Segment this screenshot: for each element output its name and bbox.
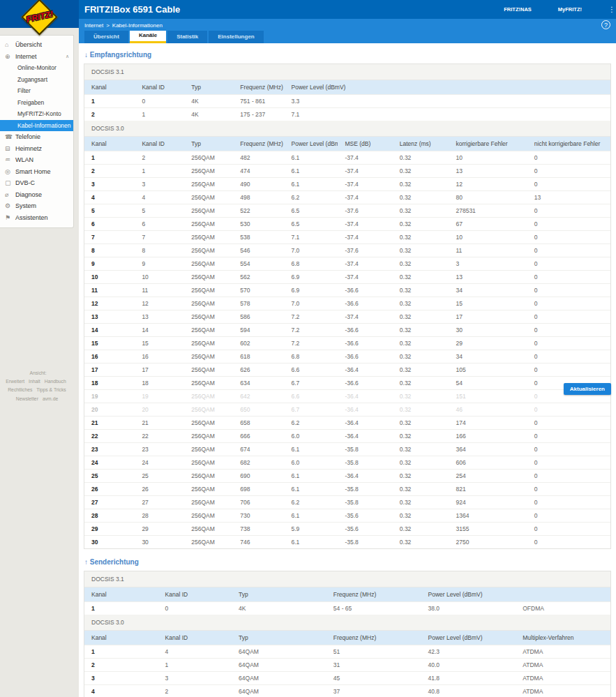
main-content: ↓ Empfangsrichtung DOCSIS 3.1 KanalKanal… (79, 43, 616, 697)
help-icon[interactable]: ? (601, 20, 610, 29)
table-cell: 0.32 (393, 403, 449, 417)
table-cell: 0 (527, 470, 610, 483)
table-cell: 0.32 (393, 324, 449, 337)
tab-statistik[interactable]: Statistik (167, 31, 207, 43)
table-cell: 562 (233, 271, 284, 284)
sidebar-item-internet[interactable]: ⊕Internet∧ (0, 51, 73, 63)
tab-kanaele[interactable]: Kanäle (130, 31, 166, 43)
header-link-fritznas[interactable]: FRITZ!NAS (504, 6, 532, 13)
table-cell: 37 (326, 685, 421, 697)
footer-link[interactable]: Newsletter (16, 396, 38, 401)
sidebar-item-label: MyFRITZ!-Konto (17, 110, 61, 117)
table-cell: 0 (527, 523, 610, 536)
header-link-myfritz[interactable]: MyFRITZ! (558, 6, 582, 13)
sidebar-item-filter[interactable]: Filter (0, 85, 73, 97)
table-cell: 20 (135, 403, 184, 417)
table-row: 55256QAM5226.5-37.60.322785310 (84, 204, 610, 218)
table-row: 1919256QAM6426.6-36.40.321510 (84, 390, 610, 403)
table-cell: 22 (84, 430, 135, 443)
sidebar-item-freigaben[interactable]: Freigaben (0, 97, 73, 109)
footer-link[interactable]: Tipps & Tricks (36, 387, 66, 392)
table-row: 1313256QAM5867.2-37.40.32170 (84, 310, 610, 324)
table-row: 2323256QAM6746.1-35.80.323640 (84, 443, 610, 456)
sidebar-item-telefonie[interactable]: ☎Telefonie (0, 131, 73, 143)
table-cell: 364 (449, 443, 527, 456)
table-cell: 3155 (449, 523, 527, 536)
table-cell: 7 (135, 231, 184, 244)
breadcrumb-item[interactable]: Internet (84, 22, 103, 29)
table-row: 2525256QAM6906.1-36.40.322540 (84, 470, 610, 483)
table-cell: -35.8 (338, 443, 392, 456)
table-row: 1616256QAM6186.8-36.60.32340 (84, 350, 610, 364)
sidebar-item-heimnetz[interactable]: ⊟Heimnetz (0, 143, 73, 155)
table-row: 1414256QAM5947.2-36.60.32300 (84, 324, 610, 337)
column-header: Kanal ID (158, 587, 232, 602)
refresh-button[interactable]: Aktualisieren (564, 383, 611, 395)
table-row: 77256QAM5387.1-37.40.32100 (84, 231, 610, 244)
table-cell: -37.4 (338, 218, 392, 231)
table-cell: 6.7 (284, 377, 338, 390)
column-header: Frequenz (MHz) (233, 80, 284, 95)
tab-uebersicht[interactable]: Übersicht (84, 31, 128, 43)
sidebar-item-dvb-c[interactable]: ▢DVB-C (0, 177, 73, 189)
sidebar-item-smart-home[interactable]: ◎Smart Home (0, 166, 73, 178)
table-cell: 64QAM (232, 645, 326, 659)
table-row: 1464QAM5142.3ATDMA (84, 645, 610, 659)
phone-icon: ☎ (5, 133, 15, 140)
table-cell: 7.1 (284, 231, 338, 244)
table-cell: 6.5 (284, 218, 338, 231)
table-cell: 256QAM (184, 496, 233, 509)
table-cell: 594 (233, 324, 284, 337)
table-cell: 6.2 (284, 496, 338, 509)
wifi-icon: ♒ (5, 156, 15, 163)
tab-einstellungen[interactable]: Einstellungen (209, 31, 263, 43)
sidebar-item-myfritz-konto[interactable]: MyFRITZ!-Konto (0, 108, 73, 120)
column-header: Frequenz (MHz) (326, 587, 421, 602)
table-cell: 0.32 (393, 337, 449, 350)
home-icon: ⌂ (5, 41, 15, 48)
sidebar-item-label: DVB-C (15, 179, 35, 186)
table-cell: 751 - 861 (233, 95, 284, 108)
table-row: 104K54 - 6538.0OFDMA (84, 602, 610, 615)
table-cell: 256QAM (184, 390, 233, 403)
sidebar-item-assistenten[interactable]: ⚑Assistenten (0, 212, 73, 224)
table-cell: 256QAM (184, 297, 233, 310)
sidebar-item-online-monitor[interactable]: Online-Monitor (0, 62, 73, 74)
table-cell: 650 (233, 403, 284, 417)
table-cell: 0.32 (393, 178, 449, 191)
sidebar-item-uebersicht[interactable]: ⌂Übersicht (0, 39, 73, 51)
footer-link[interactable]: avm.de (43, 396, 58, 401)
table-cell: 13 (84, 310, 135, 324)
table-cell: -36.4 (338, 470, 392, 483)
column-header: Kanal ID (158, 631, 232, 645)
overflow-menu-icon[interactable]: ⋮ (608, 6, 615, 13)
table-cell: 618 (233, 350, 284, 364)
table-cell: 16 (84, 350, 135, 364)
table-cell: 4 (135, 191, 184, 204)
sidebar-item-kabel-informationen[interactable]: Kabel-Informationen (0, 120, 73, 132)
column-header: Kanal (84, 137, 135, 151)
table-cell: 11 (135, 284, 184, 297)
table-cell: 12 (135, 297, 184, 310)
sidebar-item-wlan[interactable]: ♒WLAN (0, 154, 73, 166)
footer-link[interactable]: Handbuch (45, 379, 66, 384)
table-cell: ATDMA (516, 645, 610, 659)
table-cell: 6 (135, 218, 184, 231)
footer-link[interactable]: Rechtliches (8, 387, 32, 392)
table-cell: 0 (527, 324, 610, 337)
tab-bar: ÜbersichtKanäleStatistikEinstellungen (84, 31, 264, 43)
footer-link[interactable]: Inhalt (29, 379, 40, 384)
sidebar-item-label: Assistenten (15, 214, 48, 221)
table-cell: -36.6 (338, 284, 392, 297)
sidebar-item-system[interactable]: ⚙System (0, 200, 73, 212)
table-cell: 23 (135, 443, 184, 456)
table-cell: 0.32 (393, 204, 449, 218)
table-cell: 28 (135, 509, 184, 523)
table-cell: 1 (135, 165, 184, 178)
receive-docsis30-table: KanalKanal IDTypFrequenz (MHz)Power Leve… (84, 137, 610, 548)
sidebar-item-zugangsart[interactable]: Zugangsart (0, 74, 73, 86)
table-cell: 4 (158, 645, 232, 659)
sidebar-item-diagnose[interactable]: ⌀Diagnose (0, 189, 73, 201)
table-cell: 0 (527, 350, 610, 364)
sidebar-item-label: Zugangsart (17, 76, 47, 83)
